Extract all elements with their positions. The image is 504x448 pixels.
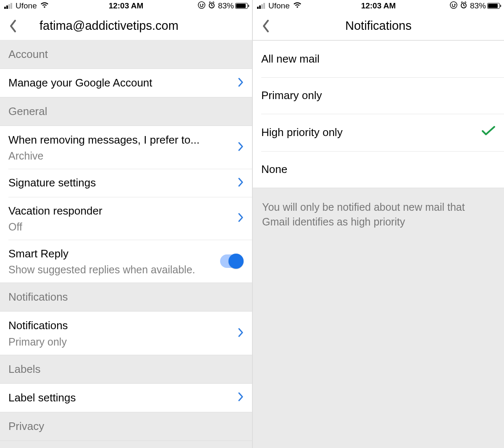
phone-settings-account: Ufone 12:03 AM 83% fatima@addictivetips.… xyxy=(0,0,252,448)
svg-point-2 xyxy=(450,2,457,8)
row-title: Smart Reply xyxy=(8,246,216,261)
row-title: When removing messages, I prefer to... xyxy=(8,133,234,147)
carrier-name: Ufone xyxy=(16,1,37,10)
row-subtitle: Primary only xyxy=(8,336,234,348)
chevron-right-icon xyxy=(238,213,244,224)
chevron-right-icon xyxy=(238,328,244,339)
row-signature-settings[interactable]: Signature settings xyxy=(0,169,252,197)
status-right: 83% xyxy=(198,1,248,11)
row-title: Vacation responder xyxy=(8,204,234,218)
option-label: All new mail xyxy=(261,52,496,65)
row-label-settings[interactable]: Label settings xyxy=(0,384,252,412)
option-primary-only[interactable]: Primary only xyxy=(253,77,504,114)
orientation-lock-icon xyxy=(198,1,205,11)
option-explanation: You will only be notified about new mail… xyxy=(253,188,504,448)
chevron-right-icon xyxy=(238,392,244,403)
battery-icon xyxy=(235,3,248,9)
row-remove-pref[interactable]: When removing messages, I prefer to... A… xyxy=(0,126,252,169)
phone-notifications-options: Ufone 12:03 AM 83% Notifications xyxy=(252,0,504,448)
back-button[interactable] xyxy=(256,16,276,36)
status-time: 12:03 AM xyxy=(109,1,144,10)
section-header-general: General xyxy=(0,97,252,126)
status-left: Ufone xyxy=(4,1,49,10)
row-subtitle: Off xyxy=(8,221,234,233)
status-time: 12:03 AM xyxy=(361,1,396,10)
cell-signal-icon xyxy=(4,3,12,9)
chevron-left-icon xyxy=(8,19,18,33)
page-title: Notifications xyxy=(345,19,412,33)
row-title: Manage your Google Account xyxy=(8,76,234,90)
section-header-account: Account xyxy=(0,40,252,69)
cell-signal-icon xyxy=(257,3,265,9)
status-bar: Ufone 12:03 AM 83% xyxy=(253,0,504,12)
row-manage-google-account[interactable]: Manage your Google Account xyxy=(0,69,252,97)
status-bar: Ufone 12:03 AM 83% xyxy=(0,0,252,12)
status-left: Ufone xyxy=(257,1,302,10)
row-subtitle: Show suggested replies when available. xyxy=(8,264,216,276)
battery-percent: 83% xyxy=(470,1,486,10)
chevron-right-icon xyxy=(238,142,244,153)
option-all-new-mail[interactable]: All new mail xyxy=(253,41,504,77)
carrier-name: Ufone xyxy=(268,1,290,10)
option-label: Primary only xyxy=(261,89,496,102)
row-smart-reply[interactable]: Smart Reply Show suggested replies when … xyxy=(0,240,252,283)
chevron-right-icon xyxy=(238,178,244,189)
page-title: fatima@addictivetips.com xyxy=(39,19,178,33)
row-title: Notifications xyxy=(8,318,234,333)
row-title: Signature settings xyxy=(8,176,234,190)
wifi-icon xyxy=(293,2,302,10)
alarm-icon xyxy=(460,1,467,11)
battery-percent: 83% xyxy=(218,1,234,10)
check-icon xyxy=(481,126,496,139)
alarm-icon xyxy=(208,1,215,11)
battery-indicator: 83% xyxy=(470,1,500,10)
battery-icon xyxy=(487,3,500,9)
section-header-privacy: Privacy xyxy=(0,412,252,441)
option-label: High priority only xyxy=(261,126,481,139)
back-button[interactable] xyxy=(3,16,23,36)
smart-reply-toggle[interactable] xyxy=(220,254,244,268)
svg-point-0 xyxy=(198,2,205,8)
chevron-right-icon xyxy=(238,78,244,89)
battery-indicator: 83% xyxy=(218,1,248,10)
wifi-icon xyxy=(40,2,49,10)
section-header-labels: Labels xyxy=(0,355,252,384)
section-header-notifications: Notifications xyxy=(0,283,252,312)
nav-header: Notifications xyxy=(253,12,504,40)
orientation-lock-icon xyxy=(450,1,457,11)
option-none[interactable]: None xyxy=(253,151,504,188)
chevron-left-icon xyxy=(261,19,270,33)
row-title: Label settings xyxy=(8,390,234,405)
status-right: 83% xyxy=(450,1,500,11)
row-subtitle: Archive xyxy=(8,150,234,162)
row-vacation-responder[interactable]: Vacation responder Off xyxy=(0,197,252,240)
row-notifications[interactable]: Notifications Primary only xyxy=(0,312,252,354)
option-label: None xyxy=(261,163,496,176)
notification-options-group: All new mail Primary only High priority … xyxy=(253,40,504,188)
option-high-priority-only[interactable]: High priority only xyxy=(253,114,504,151)
nav-header: fatima@addictivetips.com xyxy=(0,12,252,40)
